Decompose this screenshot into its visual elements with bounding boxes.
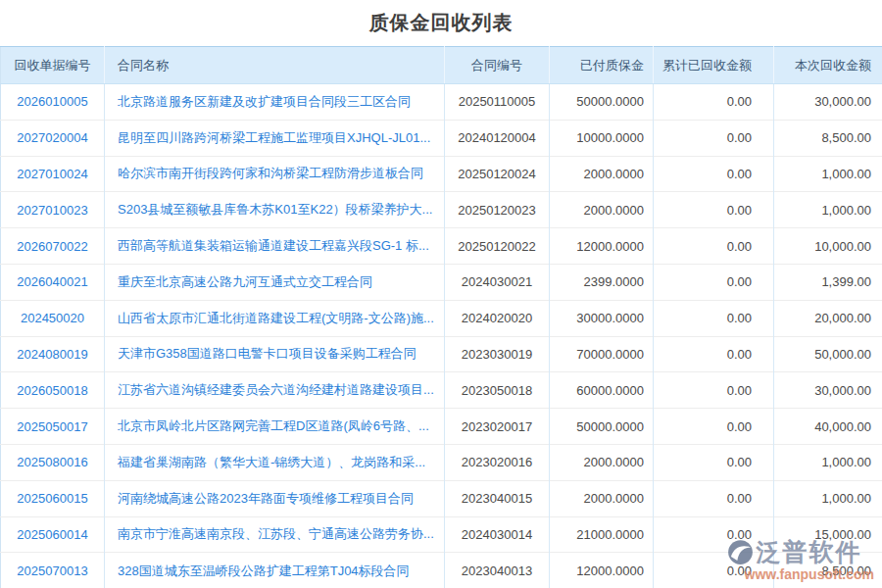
contract_name-link[interactable]: 西部高等航道集装箱运输通道建设工程嘉兴段SG-1 标... [118,238,429,253]
table-row: 2026070022西部高等航道集装箱运输通道建设工程嘉兴段SG-1 标...2… [1,228,882,265]
doc_no-link[interactable]: 2025050017 [17,419,87,434]
contract_name-cell: 哈尔滨市南开街段跨何家和沟桥梁工程防滑步道板合同 [105,156,445,192]
doc_no-cell: 2027020004 [1,120,105,156]
contract_name-cell: 328国道城东至温峤段公路扩建工程第TJ04标段合同 [105,553,445,588]
doc_no-link[interactable]: 2027010024 [17,167,87,181]
table-row: 2026040021重庆至北京高速公路九河互通式立交工程合同2024030021… [1,264,882,300]
paid-cell: 50000.0000 [550,84,654,121]
paid-cell: 12000.0000 [550,228,654,265]
doc_no-cell: 2025080016 [1,444,105,480]
doc_no-cell: 2026040021 [1,264,105,300]
contract_name-link[interactable]: 北京市凤岭北片区路网完善工程D区道路(凤岭6号路、... [118,418,429,433]
contract_no-cell: 2023030019 [445,336,550,372]
recovered-cell: 0.00 [654,228,774,265]
doc_no-link[interactable]: 2026050018 [17,383,87,398]
table-row: 2026010005北京路道服务区新建及改扩建项目合同段三工区合同2025011… [1,84,882,121]
doc_no-link[interactable]: 2025080016 [17,455,87,469]
contract_name-cell: 北京市凤岭北片区路网完善工程D区道路(凤岭6号路、... [105,409,445,445]
contract_name-link[interactable]: 重庆至北京高速公路九河互通式立交工程合同 [118,274,372,289]
paid-cell: 2000.0000 [550,192,654,228]
recovered-cell: 0.00 [654,84,774,121]
doc_no-link[interactable]: 2026010005 [17,94,87,109]
current-cell: 1,000.00 [774,444,882,480]
contract_name-cell: 山西省太原市汇通北街道路建设工程(文明路-文公路)施... [105,300,445,336]
doc_no-link[interactable]: 202450020 [21,311,84,325]
recovered-cell: 0.00 [654,300,774,336]
paid-cell: 50000.0000 [550,409,654,445]
table-row: 2026050018江苏省六道沟镇经建委员会六道沟经建村道路建设项目...202… [1,372,882,409]
doc_no-link[interactable]: 2027010023 [17,203,87,218]
recovered-cell: 0.00 [654,264,774,300]
column-header-current: 本次回收金额 [774,47,882,84]
contract_name-cell: 南京市宁淮高速南京段、江苏段、宁通高速公路劳务协... [105,516,445,553]
doc_no-link[interactable]: 2024080019 [17,347,87,362]
doc_no-link[interactable]: 2025060014 [17,527,87,542]
recovered-cell: 0.00 [654,480,774,516]
doc_no-link[interactable]: 2025060015 [17,491,87,506]
contract_no-cell: 20250120024 [445,156,550,192]
current-cell: 1,000.00 [774,192,882,228]
doc_no-cell: 2025070013 [1,553,105,588]
recovered-cell: 0.00 [654,192,774,228]
doc_no-cell: 2027010024 [1,156,105,192]
current-cell: 20,000.00 [774,300,882,336]
contract_name-link[interactable]: 江苏省六道沟镇经建委员会六道沟经建村道路建设项目... [118,382,434,397]
current-cell: 30,000.00 [774,372,882,409]
contract_name-cell: S203县城至额敏县库鲁木苏K01至K22）段桥梁养护大... [105,192,445,228]
contract_name-link[interactable]: 哈尔滨市南开街段跨何家和沟桥梁工程防滑步道板合同 [118,166,423,180]
paid-cell: 12000.0000 [550,553,654,588]
retention-recovery-table: 回收单据编号合同名称合同编号已付质保金累计已回收金额本次回收金额 2026010… [0,46,882,588]
table-row: 2025050017北京市凤岭北片区路网完善工程D区道路(凤岭6号路、...20… [1,409,882,445]
contract_name-cell: 北京路道服务区新建及改扩建项目合同段三工区合同 [105,84,445,121]
contract_no-cell: 2024030021 [445,264,550,300]
paid-cell: 2399.0000 [550,264,654,300]
current-cell: 40,000.00 [774,409,882,445]
contract_name-link[interactable]: 昆明至四川路跨河桥梁工程施工监理项目XJHQL-JL01... [118,130,430,145]
recovered-cell: 0.00 [654,120,774,156]
contract_name-link[interactable]: 天津市G358国道路口电警卡口项目设备采购工程合同 [118,346,416,361]
contract_name-link[interactable]: 南京市宁淮高速南京段、江苏段、宁通高速公路劳务协... [118,526,434,541]
contract_name-link[interactable]: 河南绕城高速公路2023年路面专项维修工程项目合同 [118,491,414,506]
table-row: 2027010024哈尔滨市南开街段跨何家和沟桥梁工程防滑步道板合同202501… [1,156,882,192]
contract_name-link[interactable]: 北京路道服务区新建及改扩建项目合同段三工区合同 [118,94,411,109]
paid-cell: 70000.0000 [550,336,654,372]
table-row: 2025080016福建省巢湖南路（繁华大道-锦绣大道）、龙岗路和采...202… [1,444,882,480]
contract_name-cell: 西部高等航道集装箱运输通道建设工程嘉兴段SG-1 标... [105,228,445,265]
contract_no-cell: 2024020020 [445,300,550,336]
current-cell: 1,000.00 [774,480,882,516]
current-cell: 1,000.00 [774,156,882,192]
doc_no-link[interactable]: 2027020004 [17,130,87,145]
contract_name-link[interactable]: 福建省巢湖南路（繁华大道-锦绣大道）、龙岗路和采... [118,455,425,469]
doc_no-link[interactable]: 2026070022 [17,239,87,254]
recovered-cell: 0.00 [654,516,774,553]
table-row: 2025070013328国道城东至温峤段公路扩建工程第TJ04标段合同2023… [1,553,882,588]
table-header: 回收单据编号合同名称合同编号已付质保金累计已回收金额本次回收金额 [1,47,882,84]
doc_no-cell: 2024080019 [1,336,105,372]
contract_name-cell: 福建省巢湖南路（繁华大道-锦绣大道）、龙岗路和采... [105,444,445,480]
contract_name-link[interactable]: 山西省太原市汇通北街道路建设工程(文明路-文公路)施... [118,311,434,325]
contract_no-cell: 2023050018 [445,372,550,409]
doc_no-cell: 2025060015 [1,480,105,516]
recovered-cell: 0.00 [654,409,774,445]
doc_no-cell: 2026010005 [1,84,105,121]
current-cell: 30,000.00 [774,84,882,121]
table-row: 2024080019天津市G358国道路口电警卡口项目设备采购工程合同20230… [1,336,882,372]
doc_no-link[interactable]: 2026040021 [17,274,87,289]
contract_no-cell: 2023020017 [445,409,550,445]
contract_name-cell: 江苏省六道沟镇经建委员会六道沟经建村道路建设项目... [105,372,445,409]
recovered-cell: 0.00 [654,553,774,588]
contract_no-cell: 2024030014 [445,516,550,553]
contract_name-link[interactable]: S203县城至额敏县库鲁木苏K01至K22）段桥梁养护大... [118,202,432,217]
doc_no-link[interactable]: 2025070013 [17,564,87,578]
contract_name-cell: 河南绕城高速公路2023年路面专项维修工程项目合同 [105,480,445,516]
doc_no-cell: 2027010023 [1,192,105,228]
doc_no-cell: 202450020 [1,300,105,336]
column-header-doc_no: 回收单据编号 [1,47,105,84]
paid-cell: 2000.0000 [550,444,654,480]
recovered-cell: 0.00 [654,336,774,372]
contract_name-link[interactable]: 328国道城东至温峤段公路扩建工程第TJ04标段合同 [118,564,410,578]
paid-cell: 30000.0000 [550,300,654,336]
current-cell: 8,500.00 [774,120,882,156]
paid-cell: 2000.0000 [550,480,654,516]
recovered-cell: 0.00 [654,444,774,480]
